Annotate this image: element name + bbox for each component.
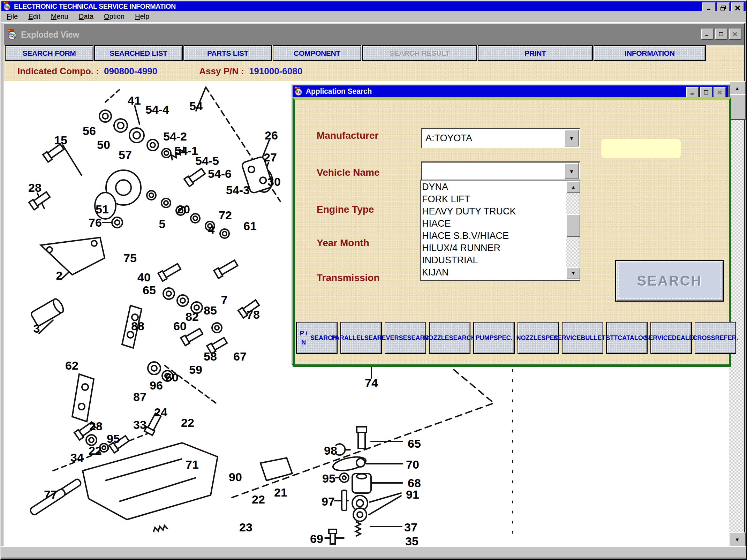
menu-item-option[interactable]: Option bbox=[99, 11, 130, 22]
list-item[interactable]: INDUSTRIAL bbox=[422, 254, 566, 266]
action-button-cross-refer-[interactable]: CROSSREFER. bbox=[695, 322, 736, 354]
list-item[interactable]: HIACE bbox=[422, 218, 566, 230]
part-label-27: 27 bbox=[264, 151, 277, 164]
child-minimize-button[interactable] bbox=[701, 29, 714, 40]
toolbar-button-component[interactable]: COMPONENT bbox=[273, 45, 361, 61]
listbox-scroll-down-button[interactable]: ▼ bbox=[566, 267, 580, 279]
main-window: ELECTRONIC TECHNICAL SERVICE INFORMATION… bbox=[0, 0, 747, 560]
list-item[interactable]: HEAVY DUTY TRUCK bbox=[422, 205, 566, 218]
toolbar-button-print[interactable]: PRINT bbox=[478, 45, 593, 61]
part-label-54-3: 54-3 bbox=[226, 183, 250, 197]
action-button-reverse-search[interactable]: REVERSESEARCH bbox=[385, 322, 426, 354]
assy-pn-label: Assy P/N : bbox=[199, 66, 244, 77]
list-item[interactable]: HILUX/4 RUNNER bbox=[422, 242, 566, 254]
scroll-down-button[interactable]: ▼ bbox=[729, 532, 746, 547]
toolbar-button-parts-list[interactable]: PARTS LIST bbox=[183, 45, 272, 61]
vehicle-name-combo[interactable]: ▼ bbox=[421, 161, 580, 181]
manufacturer-dropdown-button[interactable]: ▼ bbox=[565, 130, 579, 146]
part-label-21: 21 bbox=[274, 486, 287, 499]
chevron-down-icon: ▼ bbox=[569, 168, 574, 174]
dialog-minimize-button[interactable] bbox=[686, 87, 699, 98]
main-titlebar: ELECTRONIC TECHNICAL SERVICE INFORMATION bbox=[1, 1, 746, 11]
part-label-37: 37 bbox=[404, 521, 417, 534]
part-label-15: 15 bbox=[54, 134, 67, 147]
list-item[interactable]: DYNA bbox=[422, 181, 566, 193]
part-label-61: 61 bbox=[243, 219, 257, 233]
manufacturer-combo[interactable]: A:TOYOTA ▼ bbox=[421, 128, 580, 148]
action-button-parallel-search[interactable]: PARALLELSEARCH bbox=[340, 322, 382, 354]
menu-item-file[interactable]: File bbox=[1, 11, 23, 22]
part-label-23: 23 bbox=[239, 521, 252, 534]
vehicle-name-label: Vehicle Name bbox=[317, 167, 380, 178]
part-label-54-1: 54-1 bbox=[174, 144, 198, 157]
menu-bar: FileEditMenuDataOptionHelp bbox=[1, 11, 746, 22]
listbox-scrollbar[interactable]: ▲ ▼ bbox=[566, 181, 579, 279]
dialog-close-button[interactable] bbox=[714, 87, 726, 98]
toolbar: SEARCH FORMSEARCHED LISTPARTS LISTCOMPON… bbox=[4, 45, 744, 61]
listbox-scroll-thumb[interactable] bbox=[566, 214, 580, 237]
part-label-54-6: 54-6 bbox=[208, 167, 232, 180]
toolbar-button-information[interactable]: INFORMATION bbox=[594, 45, 706, 61]
menu-item-menu[interactable]: Menu bbox=[46, 11, 74, 22]
menu-item-help[interactable]: Help bbox=[130, 11, 154, 22]
part-label-28: 28 bbox=[28, 181, 42, 194]
scroll-thumb[interactable] bbox=[729, 94, 746, 120]
menu-item-data[interactable]: Data bbox=[74, 11, 99, 22]
part-label-87: 87 bbox=[133, 390, 146, 403]
close-icon bbox=[717, 90, 722, 94]
part-label-2: 2 bbox=[56, 269, 63, 282]
search-button[interactable]: SEARCH bbox=[615, 260, 724, 302]
dialog-maximize-button[interactable] bbox=[700, 87, 712, 98]
exploded-view-window: Exploded View SEARCH FORMSEARCHED LISTPA… bbox=[3, 23, 745, 547]
part-label-22: 22 bbox=[89, 444, 102, 457]
child-close-button[interactable] bbox=[729, 29, 741, 40]
part-label-3: 3 bbox=[33, 322, 40, 335]
minimize-icon bbox=[706, 6, 712, 10]
part-label-90: 90 bbox=[229, 470, 242, 484]
toolbar-button-search-result[interactable]: SEARCH RESULT bbox=[362, 45, 477, 61]
part-label-50: 50 bbox=[97, 138, 110, 151]
list-item[interactable]: HIACE S.B.V/HIACE bbox=[422, 230, 566, 242]
list-item[interactable]: FORK LIFT bbox=[422, 193, 566, 205]
child-maximize-button[interactable] bbox=[715, 29, 727, 40]
part-label-59: 59 bbox=[189, 363, 202, 376]
part-label-35: 35 bbox=[405, 535, 418, 546]
action-button-service-bulletin[interactable]: SERVICEBULLETIN bbox=[562, 322, 603, 354]
part-label-51: 51 bbox=[96, 203, 109, 216]
dialog-body: Manufacturer A:TOYOTA ▼ Vehicle Name ▼ bbox=[293, 97, 731, 367]
tooltip-highlight bbox=[601, 139, 681, 158]
part-label-54: 54 bbox=[189, 99, 203, 113]
action-button-stt-catalog[interactable]: STTCATALOG bbox=[606, 322, 648, 354]
action-button-nozzle-spec-[interactable]: NOZZLESPEC. bbox=[518, 322, 559, 354]
action-button-pump-spec-[interactable]: PUMPSPEC. bbox=[473, 322, 515, 354]
part-label-33: 33 bbox=[133, 418, 146, 431]
vehicle-name-listbox[interactable]: DYNAFORK LIFTHEAVY DUTY TRUCKHIACEHIACE … bbox=[420, 180, 580, 281]
part-label-77: 77 bbox=[44, 488, 57, 501]
close-icon bbox=[735, 6, 740, 10]
scroll-up-button[interactable]: ▲ bbox=[729, 81, 746, 96]
dialog-title: Application Search bbox=[306, 87, 372, 96]
part-label-75: 75 bbox=[123, 251, 137, 265]
toolbar-button-search-form[interactable]: SEARCH FORM bbox=[5, 45, 93, 61]
menu-item-edit[interactable]: Edit bbox=[23, 11, 45, 22]
toolbar-button-searched-list[interactable]: SEARCHED LIST bbox=[94, 45, 183, 61]
action-button-service-dealer[interactable]: SERVICEDEALER bbox=[650, 322, 692, 354]
part-label-60: 60 bbox=[165, 371, 179, 384]
close-icon bbox=[733, 32, 738, 36]
dialog-titlebar: Application Search bbox=[293, 85, 728, 97]
status-bar bbox=[1, 546, 746, 559]
part-label-5: 5 bbox=[159, 217, 166, 230]
part-label-54-2: 54-2 bbox=[163, 130, 187, 143]
action-button-nozzle-search[interactable]: NOZZLESEARCH bbox=[429, 322, 470, 354]
listbox-scroll-up-button[interactable]: ▲ bbox=[566, 181, 580, 193]
restore-icon bbox=[720, 6, 726, 10]
list-item[interactable]: KIJAN bbox=[422, 266, 566, 279]
part-label-85: 85 bbox=[204, 304, 217, 317]
vehicle-name-dropdown-button[interactable]: ▼ bbox=[565, 163, 579, 179]
part-label-82: 82 bbox=[186, 310, 199, 323]
engine-type-label: Engine Type bbox=[317, 204, 374, 215]
search-button-label: SEARCH bbox=[616, 261, 723, 301]
part-label-57: 57 bbox=[119, 148, 132, 161]
part-label-95: 95 bbox=[322, 472, 335, 485]
part-label-97: 97 bbox=[322, 495, 335, 508]
